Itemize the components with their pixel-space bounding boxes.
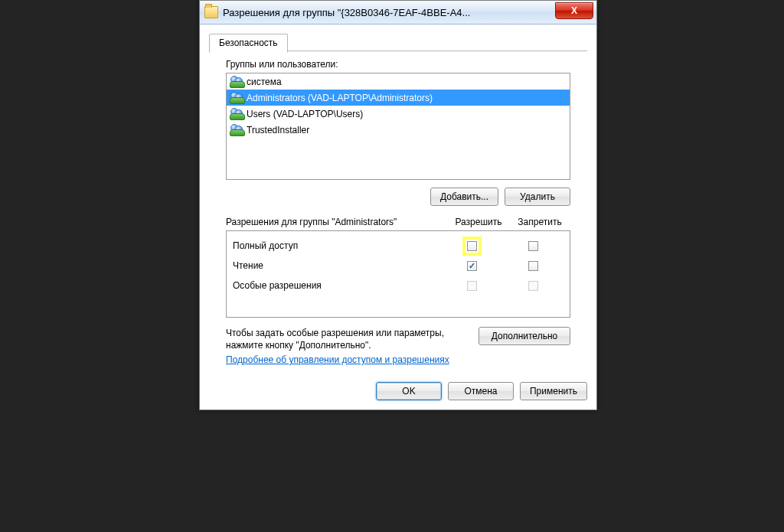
tabstrip: Безопасность [209, 32, 587, 51]
apply-button[interactable]: Применить [520, 382, 587, 400]
remove-button[interactable]: Удалить [505, 188, 570, 206]
dialog-body: Безопасность Группы или пользователи: си… [200, 24, 596, 382]
groups-heading: Группы или пользователи: [226, 59, 587, 70]
close-button[interactable]: X [555, 2, 593, 19]
deny-checkbox[interactable] [528, 261, 538, 271]
allow-checkbox[interactable] [467, 261, 477, 271]
advanced-button[interactable]: Дополнительно [479, 327, 570, 345]
permissions-header: Разрешения для группы "Administrators" Р… [226, 217, 570, 227]
group-icon [230, 92, 243, 104]
close-icon: X [571, 5, 577, 16]
folder-icon [204, 6, 218, 18]
add-button[interactable]: Добавить... [430, 188, 498, 206]
list-item-label: система [247, 77, 282, 87]
permissions-dialog: Разрешения для группы "{328B0346-7EAF-4B… [199, 0, 597, 410]
column-allow: Разрешить [448, 217, 509, 227]
advanced-row: Чтобы задать особые разрешения или парам… [226, 327, 570, 351]
perm-row: Полный доступ [227, 236, 570, 256]
allow-checkbox[interactable] [467, 241, 477, 251]
cancel-button[interactable]: Отмена [448, 382, 514, 400]
tab-security[interactable]: Безопасность [209, 34, 288, 53]
group-icon [230, 124, 243, 136]
group-icon [230, 108, 243, 120]
list-item-label: TrustedInstaller [247, 125, 309, 135]
ok-button[interactable]: OK [376, 382, 442, 400]
allow-checkbox[interactable] [467, 281, 477, 291]
perm-row: Чтение [227, 256, 570, 276]
perm-row: Особые разрешения [227, 276, 570, 295]
list-item[interactable]: система [227, 73, 570, 90]
advanced-text: Чтобы задать особые разрешения или парам… [226, 327, 471, 351]
dialog-buttons: OK Отмена Применить [200, 382, 596, 410]
permissions-box: Полный доступ Чтение Особые разрешения [226, 230, 570, 318]
help-link[interactable]: Подробнее об управлении доступом и разре… [226, 354, 449, 365]
group-icon [230, 76, 243, 88]
column-deny: Запретить [509, 217, 570, 227]
permissions-heading: Разрешения для группы "Administrators" [226, 217, 448, 227]
perm-name: Полный доступ [233, 240, 441, 251]
groups-listbox[interactable]: система Administrators (VAD-LAPTOP\Admin… [226, 73, 570, 180]
deny-checkbox[interactable] [528, 281, 538, 291]
list-item[interactable]: TrustedInstaller [227, 122, 570, 138]
list-item-label: Users (VAD-LAPTOP\Users) [247, 109, 363, 119]
deny-checkbox[interactable] [528, 241, 538, 251]
window-title: Разрешения для группы "{328B0346-7EAF-4B… [223, 7, 596, 18]
group-buttons: Добавить... Удалить [226, 188, 570, 206]
perm-name: Особые разрешения [233, 280, 441, 291]
list-item-label: Administrators (VAD-LAPTOP\Administrator… [247, 93, 433, 103]
list-item[interactable]: Users (VAD-LAPTOP\Users) [227, 106, 570, 122]
titlebar[interactable]: Разрешения для группы "{328B0346-7EAF-4B… [200, 1, 596, 24]
perm-name: Чтение [233, 260, 441, 271]
list-item[interactable]: Administrators (VAD-LAPTOP\Administrator… [227, 90, 570, 106]
